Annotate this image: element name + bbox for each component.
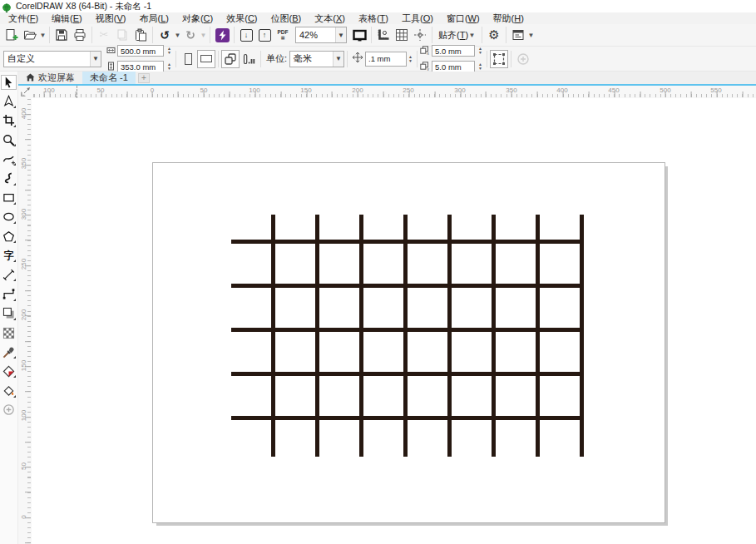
search-content-button[interactable] (213, 26, 231, 44)
rectangle-tool[interactable] (1, 190, 17, 205)
menu-item-11[interactable]: 帮助(H) (487, 12, 531, 24)
menu-item-5[interactable]: 效果(C) (220, 12, 264, 24)
print-button[interactable] (71, 26, 89, 44)
grid-line-vertical[interactable] (403, 215, 408, 457)
menu-item-8[interactable]: 表格(T) (352, 12, 395, 24)
pick-tool[interactable] (1, 75, 17, 90)
tab-document-untitled-1[interactable]: 未命名 -1 (82, 72, 136, 84)
export-button[interactable]: ↑ (255, 26, 274, 44)
chevron-down-icon[interactable]: ▼ (335, 27, 346, 42)
copy-button[interactable] (113, 26, 131, 44)
duplicate-y-spinner[interactable]: ▲▼ (477, 61, 484, 72)
show-rulers-button[interactable] (374, 26, 393, 44)
grid-line-vertical[interactable] (447, 215, 452, 457)
artistic-media-tool[interactable] (1, 171, 17, 186)
grid-line-horizontal[interactable] (231, 372, 584, 376)
transparency-tool[interactable] (1, 325, 17, 340)
menu-item-2[interactable]: 视图(V) (89, 12, 133, 24)
import-button[interactable]: ↓ (237, 26, 255, 44)
zoom-tool[interactable] (1, 132, 17, 147)
options-button[interactable]: ⚙ (485, 26, 503, 44)
add-property-button[interactable] (514, 50, 532, 68)
apply-current-page-button[interactable] (240, 50, 258, 68)
save-button[interactable] (52, 26, 71, 44)
cut-button[interactable]: ✂ (95, 26, 113, 44)
grid-line-horizontal[interactable] (231, 284, 584, 288)
menu-item-3[interactable]: 布局(L) (132, 12, 175, 24)
chevron-down-icon[interactable]: ▼ (90, 52, 101, 67)
interactive-fill-tool[interactable] (1, 363, 17, 378)
menu-item-4[interactable]: 对象(C) (175, 12, 220, 24)
zoom-level-combo[interactable]: 42%▼ (295, 27, 347, 43)
page-width-spinner[interactable]: ▲▼ (166, 45, 173, 57)
undo-button[interactable]: ↺ (156, 26, 174, 44)
svg-text:y: y (427, 67, 429, 71)
page-preset-select[interactable]: 自定义 ▼ (3, 51, 101, 67)
grid-line-vertical[interactable] (271, 215, 275, 457)
duplicate-x-spinner[interactable]: ▲▼ (477, 45, 484, 57)
crop-tool[interactable] (1, 113, 17, 128)
chevron-down-icon[interactable]: ▼ (527, 32, 535, 39)
page-size-group: 500.0 mm ▲▼ 353.0 mm ▲▼ (106, 43, 173, 74)
grid-line-vertical[interactable] (492, 215, 496, 457)
application-launcher-button[interactable] (509, 26, 527, 44)
smart-fill-tool[interactable] (1, 383, 17, 398)
menu-item-6[interactable]: 位图(B) (264, 12, 309, 24)
home-icon (26, 73, 35, 83)
publish-pdf-button[interactable]: PDF▦ (274, 26, 292, 44)
portrait-button[interactable] (179, 50, 197, 68)
page-height-spinner[interactable]: ▲▼ (166, 61, 173, 72)
landscape-button[interactable] (197, 50, 215, 68)
page-height-field[interactable]: 353.0 mm (117, 61, 164, 72)
polygon-tool[interactable] (1, 229, 17, 244)
duplicate-y-field[interactable]: 5.0 mm (432, 61, 475, 72)
chevron-down-icon[interactable]: ▼ (333, 52, 343, 67)
grid-line-vertical[interactable] (580, 215, 584, 457)
nudge-spinner[interactable]: ▲▼ (407, 52, 414, 67)
menu-item-0[interactable]: 文件(F) (2, 12, 45, 24)
ruler-origin[interactable] (18, 86, 32, 98)
tab-welcome-screen[interactable]: 欢迎屏幕 (18, 72, 82, 84)
add-tools-button[interactable] (1, 403, 17, 418)
redo-button[interactable]: ↻ (181, 26, 200, 44)
grid-line-vertical[interactable] (359, 215, 363, 457)
grid-line-horizontal[interactable] (231, 416, 584, 420)
ellipse-tool[interactable] (1, 210, 17, 225)
text-tool[interactable]: 字 (1, 248, 17, 263)
grid-line-horizontal[interactable] (231, 328, 584, 332)
chevron-down-icon[interactable]: ▼ (468, 32, 476, 39)
menu-item-9[interactable]: 工具(O) (395, 12, 440, 24)
drop-shadow-tool[interactable] (1, 306, 17, 321)
new-tab-button[interactable]: + (138, 73, 150, 83)
menu-item-1[interactable]: 编辑(E) (45, 12, 89, 24)
grid-line-horizontal[interactable] (231, 240, 584, 244)
dimension-tool[interactable] (1, 267, 17, 282)
treat-as-filled-button[interactable] (490, 50, 508, 68)
menu-item-7[interactable]: 文本(X) (308, 12, 352, 24)
freehand-tool[interactable] (1, 151, 17, 166)
shape-tool[interactable] (1, 94, 17, 109)
show-guidelines-button[interactable] (411, 26, 429, 44)
snap-to-button[interactable]: 贴齐(T)▼ (435, 26, 479, 44)
drawing-canvas[interactable] (32, 98, 756, 544)
show-grid-button[interactable] (393, 26, 411, 44)
apply-all-pages-button[interactable] (221, 50, 240, 68)
grid-line-vertical[interactable] (536, 215, 540, 457)
units-select[interactable]: 毫米 ▼ (289, 51, 344, 67)
connector-tool[interactable] (1, 287, 17, 302)
nudge-distance-field[interactable]: .1 mm (365, 52, 407, 67)
duplicate-x-field[interactable]: 5.0 mm (432, 45, 475, 57)
chevron-down-icon[interactable]: ▼ (39, 32, 47, 39)
menu-item-10[interactable]: 窗口(W) (440, 12, 487, 24)
color-eyedropper-tool[interactable] (1, 344, 17, 359)
chevron-down-icon[interactable]: ▼ (174, 32, 181, 39)
new-document-button[interactable] (2, 26, 21, 44)
fullscreen-preview-button[interactable] (350, 26, 368, 44)
open-button[interactable] (21, 26, 39, 44)
vertical-ruler[interactable]: 400350300250200150100500 (18, 98, 32, 544)
chevron-down-icon[interactable]: ▼ (200, 32, 207, 39)
grid-line-vertical[interactable] (315, 215, 319, 457)
paste-button[interactable] (131, 26, 150, 44)
page-width-field[interactable]: 500.0 mm (117, 45, 164, 57)
horizontal-ruler[interactable]: 10050050100150200250300350400450500550 (32, 86, 756, 98)
